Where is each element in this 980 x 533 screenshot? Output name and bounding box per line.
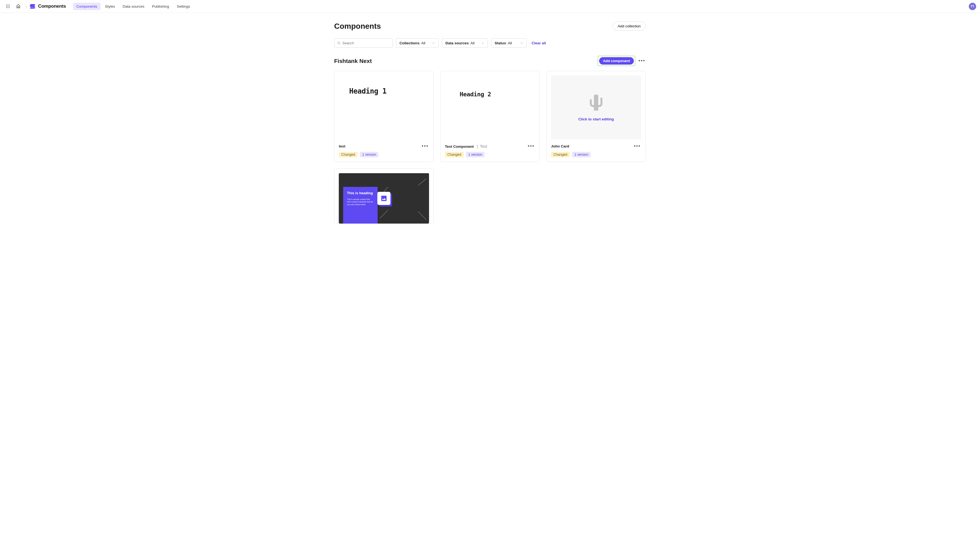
search-input[interactable] (342, 41, 390, 45)
svg-point-0 (6, 5, 7, 5)
version-badge: 1 version (360, 152, 379, 157)
filter-collections[interactable]: Collections: All (396, 38, 439, 48)
preview-heading: This is heading (347, 191, 374, 195)
page-title: Components (334, 22, 381, 30)
add-component-button[interactable]: Add component (599, 57, 634, 65)
component-alt: | Test (475, 144, 487, 148)
tab-styles[interactable]: Styles (102, 3, 118, 10)
add-collection-button[interactable]: Add collection (612, 22, 646, 30)
svg-point-8 (9, 7, 10, 8)
svg-line-13 (418, 212, 426, 220)
thumb-text: Heading 2 (460, 91, 491, 98)
svg-point-4 (8, 6, 8, 7)
status-badge: Changed (445, 152, 464, 157)
chevron-down-icon (481, 41, 484, 45)
filter-collections-label: Collections: All (399, 41, 425, 45)
top-bar: › Components Components Styles Data sour… (0, 0, 980, 13)
chevron-down-icon (432, 41, 435, 45)
clear-filters-link[interactable]: Clear all (531, 41, 546, 45)
card-more-icon[interactable]: ••• (633, 144, 641, 149)
filter-datasources-label: Data sources: All (445, 41, 475, 45)
card-more-icon[interactable]: ••• (421, 144, 429, 149)
filter-datasources[interactable]: Data sources: All (442, 38, 488, 48)
tab-settings[interactable]: Settings (173, 3, 193, 10)
search-input-wrapper[interactable] (334, 38, 393, 48)
section-more-icon[interactable]: ••• (638, 58, 646, 64)
component-thumbnail: Heading 1 (339, 75, 429, 140)
status-badge: Changed (551, 152, 570, 157)
status-badge: Changed (339, 152, 358, 157)
section-title: Fishtank Next (334, 58, 372, 64)
component-thumbnail: Heading 2 (445, 75, 535, 140)
svg-point-3 (6, 6, 7, 7)
version-badge: 1 version (466, 152, 485, 157)
component-name-row: Test Component | Test (445, 144, 487, 148)
home-icon[interactable] (14, 2, 22, 10)
svg-line-11 (418, 179, 426, 185)
page-header: Components Add collection (334, 22, 646, 30)
component-name: test (339, 144, 345, 148)
thumb-text: Heading 1 (349, 87, 387, 95)
tab-data-sources[interactable]: Data sources (119, 3, 148, 10)
svg-point-6 (6, 7, 7, 8)
component-grid: Heading 1 test ••• Changed 1 version Hea… (334, 71, 646, 224)
component-card[interactable]: Click to start editing John Card ••• Cha… (546, 71, 646, 162)
tab-publishing[interactable]: Publishing (149, 3, 172, 10)
empty-cta-link[interactable]: Click to start editing (578, 117, 614, 121)
filters-row: Collections: All Data sources: All Statu… (334, 38, 646, 48)
version-badge: 1 version (572, 152, 591, 157)
component-card[interactable]: Heading 2 Test Component | Test ••• Chan… (440, 71, 540, 162)
search-icon (337, 41, 341, 45)
svg-point-1 (8, 5, 8, 5)
filter-status[interactable]: Status: All (491, 38, 527, 48)
component-name: Test Component (445, 144, 474, 148)
component-card[interactable]: Heading 1 test ••• Changed 1 version (334, 71, 434, 162)
component-name: John Card (551, 144, 569, 148)
svg-point-9 (338, 42, 340, 44)
svg-line-12 (380, 210, 388, 219)
tab-components[interactable]: Components (73, 3, 100, 10)
brand-logo-icon (30, 4, 35, 9)
top-bar-left: › Components Components Styles Data sour… (4, 2, 193, 10)
card-more-icon[interactable]: ••• (527, 144, 535, 149)
page-content: Components Add collection Collections: A… (334, 13, 646, 240)
component-thumbnail: This is heading This is sample content t… (339, 173, 429, 223)
cactus-icon (590, 94, 602, 110)
nav-tabs: Components Styles Data sources Publishin… (73, 3, 193, 10)
svg-point-5 (9, 6, 10, 7)
apps-menu-icon[interactable] (4, 2, 12, 10)
section-header: Fishtank Next Add component ••• (334, 56, 646, 66)
image-placeholder-icon (377, 192, 390, 205)
section-actions: Add component ••• (598, 56, 646, 66)
breadcrumb-chevron-icon: › (25, 4, 28, 8)
preview-text-panel: This is heading This is sample content t… (343, 187, 378, 223)
filter-status-label: Status: All (495, 41, 512, 45)
brand-name: Components (38, 3, 66, 9)
svg-point-7 (8, 7, 8, 8)
preview-body: This is sample content that we're using … (347, 198, 374, 206)
chevron-down-icon (520, 41, 523, 45)
avatar[interactable]: TT (969, 3, 976, 10)
component-thumbnail-empty[interactable]: Click to start editing (551, 75, 641, 140)
svg-point-2 (9, 5, 10, 5)
component-card[interactable]: This is heading This is sample content t… (334, 169, 434, 224)
add-component-highlight: Add component (598, 56, 635, 66)
